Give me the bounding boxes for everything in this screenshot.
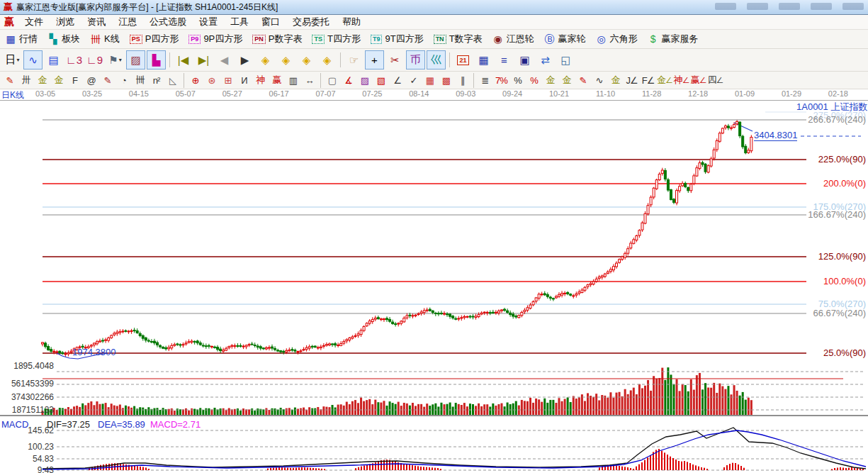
menu-item-9[interactable]: 帮助 xyxy=(336,15,367,29)
gold-circle-button[interactable]: 金 xyxy=(543,73,558,87)
time-cycle-button[interactable]: ◔ xyxy=(116,73,131,87)
ruler-comb-button[interactable]: 卅 xyxy=(18,73,33,87)
notes-button[interactable]: ≡ xyxy=(495,50,514,69)
pattern-overlay-toggle-button[interactable]: ▨ xyxy=(126,50,145,69)
volume-profile-toggle-button[interactable]: ▙ xyxy=(147,50,166,69)
toolbar-9t-square-button[interactable]: T99T四方形 xyxy=(366,31,429,47)
menu-item-0[interactable]: 文件 xyxy=(18,15,50,29)
steps-9-button[interactable]: ∟9 xyxy=(85,50,104,69)
wave-line-button[interactable]: ∿ xyxy=(592,73,607,87)
trend-angle-button[interactable]: ∠ xyxy=(390,73,405,87)
go-first-button[interactable]: |◀ xyxy=(174,50,193,69)
gold-lines-button[interactable]: 金 xyxy=(559,73,574,87)
diamond-compress-button[interactable]: ◈ xyxy=(317,50,337,69)
ruler-comb-3-button[interactable]: 卌 xyxy=(133,73,147,87)
menu-item-8[interactable]: 交易委托 xyxy=(286,15,336,29)
steps-3-button[interactable]: ∟3 xyxy=(64,50,84,69)
shen-tool-button[interactable]: 神 xyxy=(253,73,268,87)
gann-tool-toggle-button[interactable]: 币 xyxy=(406,50,425,69)
toolbar-label: 行情 xyxy=(19,33,38,45)
toolbar-gann-wheel-button[interactable]: ◉江恩轮 xyxy=(487,31,539,47)
span-arrow-button[interactable]: ↔ xyxy=(302,73,317,87)
crosshair-button[interactable]: + xyxy=(365,50,384,69)
kline-chart-canvas[interactable] xyxy=(0,101,868,473)
toolbar-hexagon-button[interactable]: ◎六角形 xyxy=(591,31,643,47)
pan-hand-button[interactable]: ☞ xyxy=(344,50,363,69)
angle-shen-button[interactable]: 神∠ xyxy=(674,73,689,87)
diamond-expand-button[interactable]: ◈ xyxy=(297,50,316,69)
target-circle-button[interactable]: ⊕ xyxy=(188,73,203,87)
page-next-button[interactable]: ▶ xyxy=(235,50,254,69)
draw-pen-button[interactable]: ✎ xyxy=(2,73,17,87)
menu-item-4[interactable]: 公式选股 xyxy=(143,15,193,29)
ying-tool-button[interactable]: 赢 xyxy=(269,73,284,87)
menu-item-5[interactable]: 设置 xyxy=(193,15,224,29)
spiral-button[interactable]: @ xyxy=(84,73,98,87)
fan-box-purple-button[interactable]: ▨ xyxy=(357,73,372,87)
remote-desktop-button[interactable]: ◱ xyxy=(556,50,575,69)
menu-item-6[interactable]: 工具 xyxy=(224,15,255,29)
period-day-dropdown-button[interactable]: 日▾ xyxy=(3,50,22,69)
toolbar-9p-square-button[interactable]: P99P四方形 xyxy=(184,31,247,47)
go-last-button[interactable]: ▶| xyxy=(194,50,213,69)
start-price-tag: 1974.3800 xyxy=(72,347,115,357)
diamond-shift-right-button[interactable]: ◈ xyxy=(276,50,295,69)
flag-marker-dropdown-button[interactable]: ⚑▾ xyxy=(106,50,125,69)
calculator-button[interactable]: ▦ xyxy=(474,50,493,69)
box-frame-button[interactable]: ▢ xyxy=(325,73,339,87)
ruler-123-button[interactable]: ▥ xyxy=(286,73,300,87)
percent-line-button[interactable]: % xyxy=(526,73,541,87)
toolbar-t-square-button[interactable]: TST四方形 xyxy=(307,31,365,47)
web-star-button[interactable]: ⊛ xyxy=(204,73,219,87)
marker-pen-button[interactable]: ✎ xyxy=(100,73,115,87)
info-panel-button[interactable]: ▤ xyxy=(44,50,63,69)
angle-gold-button[interactable]: 金∠ xyxy=(657,73,672,87)
web-grid-button[interactable]: ⊞ xyxy=(220,73,235,87)
wave-tool-toggle-button[interactable]: 巛 xyxy=(427,50,446,69)
remote-desktop-icon: ◱ xyxy=(560,54,570,67)
ruler-f-button[interactable]: F xyxy=(67,73,82,87)
toolbar-quotes-button[interactable]: ▦行情 xyxy=(0,31,43,47)
grid-red-button[interactable]: ▦ xyxy=(422,73,437,87)
page-prev-button[interactable]: ◀ xyxy=(215,50,234,69)
menu-item-1[interactable]: 浏览 xyxy=(50,15,81,29)
chart-panel[interactable]: 1A0001 上证指数 275.0%(270) 3404.8301 1974.3… xyxy=(0,101,868,473)
gann-level-label: 166.67%(240) xyxy=(767,209,866,220)
check-angle-button[interactable]: ✓ xyxy=(406,73,421,87)
calendar-21-button[interactable]: 21 xyxy=(453,50,473,69)
diamond-shift-left-button[interactable]: ◈ xyxy=(256,50,275,69)
gold-comb-button[interactable]: 金 xyxy=(35,73,50,87)
ruler-scale-button[interactable]: ≣ xyxy=(478,73,492,87)
toolbar-winner-wheel-button[interactable]: Ⓑ赢家轮 xyxy=(539,31,591,47)
menu-item-7[interactable]: 窗口 xyxy=(255,15,286,29)
gold-underline-button[interactable]: 金 xyxy=(608,73,623,87)
menu-item-3[interactable]: 江恩 xyxy=(112,15,143,29)
speed-resistance-button[interactable]: И xyxy=(237,73,252,87)
percent-7-button[interactable]: 7% xyxy=(494,73,509,87)
curve-overlay-toggle-button[interactable]: ∿ xyxy=(23,50,43,69)
pencil-red-button[interactable]: ✎ xyxy=(575,73,590,87)
toolbar-p-square-button[interactable]: PSP四方形 xyxy=(125,31,184,47)
menu-item-2[interactable]: 资讯 xyxy=(81,15,112,29)
toolbar-p-number-table-button[interactable]: PNP数字表 xyxy=(247,31,307,47)
n-squared-button[interactable]: n² xyxy=(149,73,164,87)
percent-button[interactable]: % xyxy=(510,73,525,87)
parallel-lines-button[interactable]: ∥ xyxy=(455,73,470,87)
toolbar-label: 9P四方形 xyxy=(203,33,242,45)
measure-button[interactable]: ✂ xyxy=(385,50,405,69)
fan-box-red-button[interactable]: ▧ xyxy=(373,73,388,87)
toolbar-kline-button[interactable]: 卌K线 xyxy=(85,31,125,47)
toolbar-winner-service-button[interactable]: $赢家服务 xyxy=(643,31,704,47)
mirror-angle-button[interactable]: ◺ xyxy=(165,73,180,87)
angle-ying-button[interactable]: 赢∠ xyxy=(691,73,706,87)
gann-fan-button[interactable]: ∡ xyxy=(341,73,356,87)
angle-j-button[interactable]: J∠ xyxy=(624,73,639,87)
send-network-button[interactable]: ⇄ xyxy=(536,50,555,69)
toolbar-t-number-table-button[interactable]: TNT数字表 xyxy=(429,31,487,47)
save-button[interactable]: ▣ xyxy=(515,50,534,69)
grid-red-2-button[interactable]: ▩ xyxy=(439,73,453,87)
toolbar-sectors-button[interactable]: ▚板块 xyxy=(43,31,85,47)
angle-si-button[interactable]: 四∠ xyxy=(707,73,723,87)
gold-comb-2-button[interactable]: 金 xyxy=(51,73,66,87)
angle-f-button[interactable]: F∠ xyxy=(641,73,655,87)
